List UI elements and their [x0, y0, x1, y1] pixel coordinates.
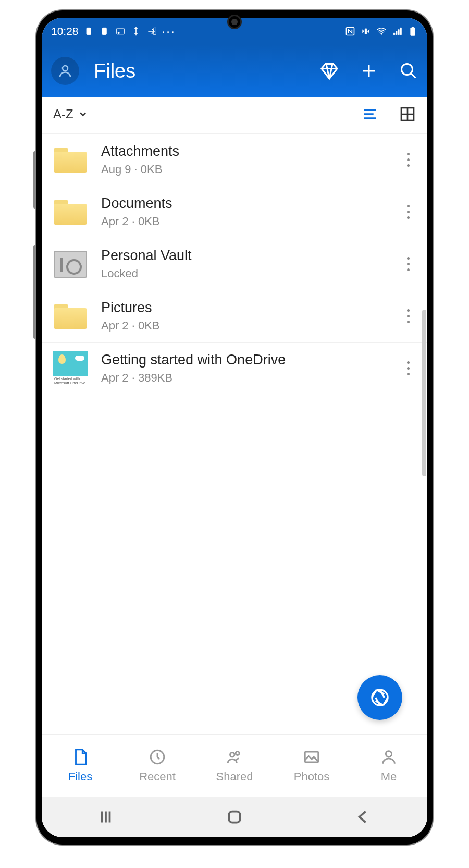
more-button[interactable]: [400, 304, 416, 329]
file-meta: Apr 2 · 0KB: [101, 215, 387, 228]
signal-icon: [392, 26, 402, 36]
more-button[interactable]: [400, 356, 416, 381]
image-icon: [303, 748, 320, 766]
file-name: Attachments: [101, 143, 387, 160]
people-icon: [226, 748, 243, 766]
file-meta: Apr 2 · 389KB: [101, 371, 387, 385]
android-nav-bar: [42, 797, 427, 837]
page-title: Files: [94, 60, 320, 82]
nav-label: Files: [68, 770, 92, 784]
more-button[interactable]: [400, 148, 416, 173]
nfc-icon: [345, 26, 355, 36]
app-header: Files: [42, 45, 427, 97]
list-item[interactable]: Attachments Aug 9 · 0KB: [42, 133, 427, 186]
svg-point-15: [236, 751, 239, 755]
bottom-nav: Files Recent Shared Photos Me: [42, 734, 427, 797]
file-name: Pictures: [101, 300, 387, 316]
file-meta: Aug 9 · 0KB: [101, 163, 387, 176]
file-meta: Apr 2 · 0KB: [101, 319, 387, 333]
nav-label: Me: [381, 770, 397, 784]
svg-rect-7: [411, 28, 415, 35]
svg-point-10: [402, 64, 413, 75]
list-item[interactable]: Get started with Microsoft OneDrive Gett…: [42, 343, 427, 394]
sort-button[interactable]: A-Z: [53, 107, 362, 121]
android-recents-button[interactable]: [96, 808, 115, 826]
sort-bar: A-Z: [42, 97, 427, 131]
status-transfer-icon: [146, 26, 157, 36]
nav-label: Shared: [216, 770, 253, 784]
wifi-icon: [376, 26, 387, 36]
camera-aperture-icon: [369, 687, 390, 708]
grid-view-icon[interactable]: [399, 106, 416, 123]
file-name: Getting started with OneDrive: [101, 352, 387, 368]
status-app-icon-2: [100, 26, 110, 36]
status-cast-icon: [115, 26, 126, 36]
file-name: Personal Vault: [101, 248, 387, 264]
vibrate-icon: [361, 26, 371, 36]
add-button[interactable]: [360, 62, 378, 80]
vault-icon: [54, 251, 87, 278]
svg-rect-8: [412, 27, 413, 29]
search-button[interactable]: [399, 62, 418, 80]
sort-label-text: A-Z: [53, 107, 73, 121]
scan-fab[interactable]: [357, 675, 402, 720]
nav-recent[interactable]: Recent: [119, 735, 196, 797]
svg-point-14: [230, 752, 235, 757]
svg-point-6: [381, 33, 382, 35]
list-item[interactable]: Documents Apr 2 · 0KB: [42, 186, 427, 238]
svg-rect-1: [102, 28, 106, 34]
svg-point-3: [118, 32, 119, 34]
svg-point-9: [63, 66, 68, 71]
list-item[interactable]: Pictures Apr 2 · 0KB: [42, 290, 427, 343]
file-name: Documents: [101, 195, 387, 212]
status-usb-icon: [131, 26, 141, 36]
nav-label: Recent: [139, 770, 176, 784]
person-icon: [380, 748, 398, 766]
account-button[interactable]: [51, 57, 79, 85]
battery-icon: [408, 26, 418, 36]
android-back-button[interactable]: [354, 808, 373, 826]
status-more: ···: [162, 24, 176, 39]
file-icon: [71, 748, 89, 766]
nav-label: Photos: [294, 770, 330, 784]
list-item[interactable]: Personal Vault Locked: [42, 238, 427, 290]
clock-icon: [149, 748, 166, 766]
folder-icon: [54, 304, 87, 329]
folder-icon: [54, 200, 87, 225]
premium-icon[interactable]: [320, 62, 339, 80]
file-meta: Locked: [101, 267, 387, 280]
nav-photos[interactable]: Photos: [273, 735, 350, 797]
nav-shared[interactable]: Shared: [196, 735, 273, 797]
document-thumbnail: Get started with Microsoft OneDrive: [53, 351, 88, 386]
file-list: Attachments Aug 9 · 0KB Documents Apr 2 …: [42, 131, 427, 734]
svg-point-17: [386, 751, 391, 756]
svg-rect-0: [87, 28, 91, 34]
person-icon: [57, 63, 73, 79]
more-button[interactable]: [400, 200, 416, 225]
folder-icon: [54, 148, 87, 173]
chevron-down-icon: [78, 109, 88, 119]
android-home-button[interactable]: [225, 808, 244, 826]
nav-files[interactable]: Files: [42, 735, 119, 797]
svg-rect-18: [229, 812, 240, 823]
status-app-icon: [84, 26, 94, 36]
more-button[interactable]: [400, 252, 416, 277]
nav-me[interactable]: Me: [350, 735, 427, 797]
filter-icon[interactable]: [362, 106, 378, 123]
status-time: 10:28: [51, 25, 79, 38]
